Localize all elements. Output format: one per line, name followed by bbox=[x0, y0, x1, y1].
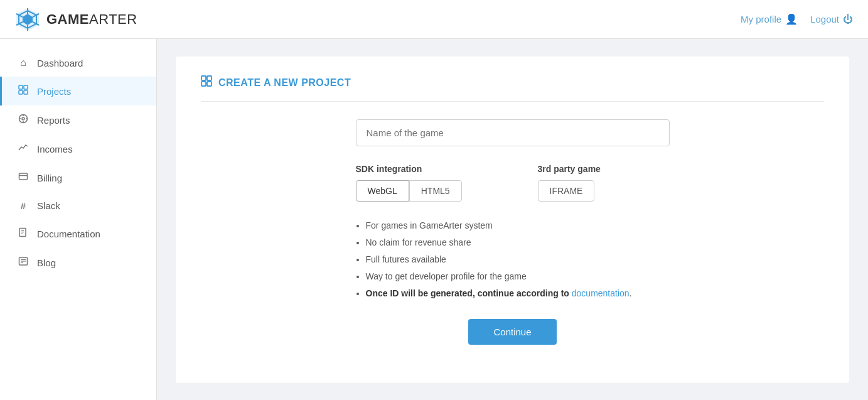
game-name-input[interactable] bbox=[356, 119, 670, 146]
reports-icon bbox=[17, 114, 29, 126]
svg-point-14 bbox=[22, 117, 24, 120]
sidebar-label-projects: Projects bbox=[37, 86, 71, 97]
continue-button[interactable]: Continue bbox=[468, 319, 556, 345]
svg-rect-29 bbox=[201, 76, 206, 80]
info-bold-text: Once ID will be generated, continue acco… bbox=[366, 288, 572, 298]
sidebar-item-incomes[interactable]: Incomes bbox=[0, 134, 156, 163]
billing-icon bbox=[17, 171, 29, 184]
content-card: CREATE A NEW PROJECT SDK integration Web… bbox=[176, 57, 849, 383]
svg-rect-11 bbox=[19, 90, 23, 94]
sidebar-item-reports[interactable]: Reports bbox=[0, 105, 156, 134]
incomes-icon bbox=[17, 143, 29, 155]
sidebar-item-projects[interactable]: Projects bbox=[0, 77, 156, 105]
svg-rect-32 bbox=[207, 82, 212, 86]
integration-row: SDK integration WebGL HTML5 3rd party ga… bbox=[356, 164, 670, 202]
svg-rect-12 bbox=[24, 90, 28, 94]
party-iframe-button[interactable]: IFRAME bbox=[538, 180, 595, 202]
svg-rect-31 bbox=[201, 82, 206, 86]
slack-icon: # bbox=[17, 200, 29, 211]
svg-rect-9 bbox=[19, 85, 23, 89]
sidebar-item-blog[interactable]: Blog bbox=[0, 248, 156, 277]
svg-rect-10 bbox=[24, 85, 28, 89]
power-icon: ⏻ bbox=[843, 14, 853, 25]
header-right: My profile 👤 Logout ⏻ bbox=[741, 13, 853, 25]
my-profile-link[interactable]: My profile 👤 bbox=[741, 13, 798, 25]
logo: GAMEARTER bbox=[15, 7, 137, 32]
dashboard-icon: ⌂ bbox=[17, 57, 29, 68]
info-item-3: Full futures available bbox=[366, 253, 670, 266]
sdk-webgl-button[interactable]: WebGL bbox=[356, 180, 409, 202]
sdk-label: SDK integration bbox=[356, 164, 488, 174]
documentation-link[interactable]: documentation bbox=[572, 288, 630, 298]
layout: ⌂ Dashboard Projects bbox=[0, 39, 868, 400]
party-game-group: 3rd party game IFRAME bbox=[538, 164, 670, 202]
sidebar-label-blog: Blog bbox=[37, 257, 56, 268]
sidebar-label-incomes: Incomes bbox=[37, 144, 73, 154]
logo-icon bbox=[15, 7, 40, 32]
page-title-icon bbox=[201, 75, 212, 90]
info-list: For games in GameArter system No claim f… bbox=[366, 219, 670, 300]
sidebar-label-reports: Reports bbox=[37, 115, 70, 126]
app-header: GAMEARTER My profile 👤 Logout ⏻ bbox=[0, 0, 868, 39]
logo-text: GAMEARTER bbox=[46, 11, 137, 28]
sidebar-label-billing: Billing bbox=[37, 173, 62, 183]
sdk-integration-group: SDK integration WebGL HTML5 bbox=[356, 164, 488, 202]
sidebar: ⌂ Dashboard Projects bbox=[0, 39, 157, 400]
sidebar-item-dashboard[interactable]: ⌂ Dashboard bbox=[0, 49, 156, 77]
info-item-5: Once ID will be generated, continue acco… bbox=[366, 287, 670, 300]
sidebar-item-slack[interactable]: # Slack bbox=[0, 192, 156, 219]
info-item-4: Way to get developer profile for the gam… bbox=[366, 270, 670, 283]
sdk-btn-group: WebGL HTML5 bbox=[356, 180, 488, 202]
svg-rect-30 bbox=[207, 76, 212, 80]
info-item-1: For games in GameArter system bbox=[366, 219, 670, 232]
sidebar-item-documentation[interactable]: Documentation bbox=[0, 219, 156, 248]
sidebar-item-billing[interactable]: Billing bbox=[0, 163, 156, 192]
sidebar-label-dashboard: Dashboard bbox=[37, 58, 83, 68]
create-project-form: SDK integration WebGL HTML5 3rd party ga… bbox=[356, 119, 670, 345]
logout-link[interactable]: Logout ⏻ bbox=[810, 14, 853, 25]
documentation-icon bbox=[17, 227, 29, 240]
party-btn-group: IFRAME bbox=[538, 180, 670, 202]
sidebar-label-documentation: Documentation bbox=[37, 229, 100, 239]
blog-icon bbox=[17, 256, 29, 269]
sdk-html5-button[interactable]: HTML5 bbox=[409, 180, 462, 202]
user-icon: 👤 bbox=[785, 13, 798, 25]
party-label: 3rd party game bbox=[538, 164, 670, 174]
svg-rect-19 bbox=[19, 173, 28, 180]
info-item-2: No claim for revenue share bbox=[366, 236, 670, 249]
projects-icon bbox=[17, 85, 29, 97]
sidebar-label-slack: Slack bbox=[37, 200, 60, 211]
page-title: CREATE A NEW PROJECT bbox=[201, 75, 824, 102]
main-content: CREATE A NEW PROJECT SDK integration Web… bbox=[157, 39, 868, 400]
